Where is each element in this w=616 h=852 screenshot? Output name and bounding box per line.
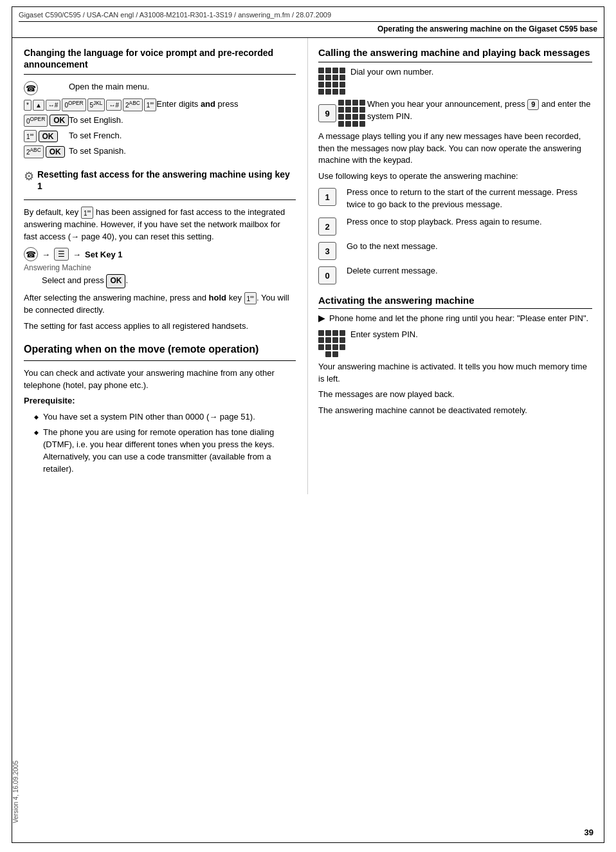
- after-select-text: After selecting the answering machine, p…: [24, 292, 296, 317]
- dial-row: Dial your own number.: [318, 66, 592, 95]
- select-press: Select and press OK.: [42, 274, 296, 288]
- step-open-menu: ☎ Open the main menu.: [24, 81, 296, 95]
- key-row-1: 1 Press once to return to the start of t…: [318, 187, 592, 211]
- key-hash1: ↔#: [46, 100, 61, 111]
- messages-played: The messages are now played back.: [318, 389, 592, 401]
- fast-access-title-row: ⚙ Resetting fast access for the answerin…: [24, 169, 296, 196]
- page-border: Gigaset C590/C595 / USA-CAN engl / A3100…: [12, 6, 604, 843]
- key-2-desc: Press once to stop playback. Press again…: [347, 216, 592, 228]
- phone-icon2: ☎: [24, 247, 38, 261]
- key-up: ▲: [33, 100, 44, 111]
- ok-key3: OK: [46, 146, 65, 158]
- phone-icon: ☎: [24, 81, 38, 95]
- calling-section-title: Calling the answering machine and playin…: [318, 47, 592, 62]
- ok-key2: OK: [39, 131, 58, 142]
- step-enter-digits: Enter digits and press: [156, 98, 296, 110]
- step-0ok: 0OPER OK To set English.: [24, 115, 296, 127]
- left-column: Changing the language for voice prompt a…: [12, 38, 308, 494]
- page-number: 39: [584, 828, 593, 837]
- content-area: Changing the language for voice prompt a…: [12, 38, 604, 494]
- nine-icon-col: 9: [318, 98, 367, 127]
- step-0ok-desc: To set English.: [69, 115, 296, 126]
- enter-pin-icon: [318, 329, 350, 357]
- key-2-col: 2: [318, 216, 341, 236]
- step-2ok: 2ABC OK To set Spanish.: [24, 145, 296, 158]
- menu-icon-box: ☰: [54, 248, 69, 261]
- inline-key-1inf: 1∞: [81, 207, 94, 219]
- key-0-desc: Delete current message.: [347, 265, 592, 277]
- gear-icon: ⚙: [24, 169, 34, 183]
- activating-title: Activating the answering machine: [318, 295, 592, 309]
- setting-applies: The setting for fast access applies to a…: [24, 320, 296, 333]
- prereq-item-1: You have set a system PIN other than 000…: [34, 411, 296, 423]
- key-0-box: 0: [318, 266, 336, 284]
- key-3-box: 3: [318, 242, 336, 260]
- step-desc: Open the main menu.: [69, 81, 296, 93]
- key-0: 0OPER: [24, 115, 48, 127]
- key-row-3: 3 Go to the next message.: [318, 241, 592, 260]
- key-row-2: 2 Press once to stop playback. Press aga…: [318, 216, 592, 236]
- ok-key4: OK: [106, 274, 125, 288]
- key-1-col: 1: [318, 187, 341, 206]
- arrow1: →: [42, 250, 50, 259]
- phone-ring-text: Phone home and let the phone ring until …: [329, 313, 588, 325]
- arrow2: →: [73, 250, 81, 259]
- key-9-box: 9: [318, 104, 336, 122]
- key-1inf: 1∞: [144, 98, 157, 111]
- keypad-grid-icon2: [338, 100, 365, 127]
- right-column: Calling the answering machine and playin…: [308, 38, 604, 494]
- remote-operation-section: Operating when on the move (remote opera…: [24, 343, 296, 476]
- key-0-col: 0: [318, 265, 341, 284]
- calling-para2: Use following keys to operate the answer…: [318, 171, 592, 183]
- step-key-area: ☎: [24, 81, 69, 95]
- answering-machine-label: Answering Machine: [24, 263, 296, 273]
- step-1ok: 1∞ OK To set French.: [24, 130, 296, 142]
- keypad-grid-icon: [318, 68, 345, 95]
- key-2-box: 2: [318, 218, 336, 236]
- key-1-desc: Press once to return to the start of the…: [347, 187, 592, 211]
- page-header: Operating the answering machine on the G…: [12, 22, 604, 38]
- enter-pin-row: Enter system PIN.: [318, 329, 592, 357]
- key-1: 1∞: [24, 130, 37, 142]
- dial-desc: Dial your own number.: [350, 66, 592, 79]
- doc-path: Gigaset C590/C595 / USA-CAN engl / A3100…: [12, 7, 604, 21]
- key-1-box: 1: [318, 188, 336, 206]
- key-star: *: [24, 100, 32, 111]
- version-label: Version 4, 16.09.2005: [12, 761, 22, 823]
- step-1ok-keys: 1∞ OK: [24, 130, 69, 142]
- key-5jkl: 5JKL: [87, 98, 105, 111]
- language-section: Changing the language for voice prompt a…: [24, 47, 296, 158]
- keypad-grid-icon3: [318, 330, 345, 357]
- nav-line: ☎ → ☰ → Set Key 1: [24, 247, 296, 261]
- arrow-bullet: ▶: [318, 313, 325, 323]
- set-key-label: Set Key 1: [85, 250, 123, 259]
- step-2ok-desc: To set Spanish.: [69, 145, 296, 157]
- key-0oper: 0OPER: [62, 98, 86, 111]
- calling-para1: A message plays telling you if any new m…: [318, 131, 592, 167]
- cannot-deactivate: The answering machine cannot be deactiva…: [318, 405, 592, 417]
- nine-row: 9 When you hear your announcement, press…: [318, 98, 592, 127]
- inline-key-1inf2: 1∞: [244, 292, 257, 304]
- key-hash2: ↔#: [106, 100, 122, 111]
- activated-para: Your answering machine is activated. It …: [318, 361, 592, 385]
- fast-access-body: By default, key 1∞ has been assigned for…: [24, 207, 296, 243]
- prereq-item-2: The phone you are using for remote opera…: [34, 427, 296, 475]
- remote-operation-body: You can check and activate your answerin…: [24, 367, 296, 392]
- ok-key: OK: [50, 115, 69, 126]
- nine-desc: When you hear your announcement, press 9…: [367, 98, 592, 123]
- remote-operation-title: Operating when on the move (remote opera…: [24, 343, 296, 357]
- fast-access-title: Resetting fast access for the answering …: [37, 169, 296, 192]
- enter-pin-desc: Enter system PIN.: [350, 329, 592, 341]
- step-2ok-keys: 2ABC OK: [24, 145, 69, 158]
- key-2abc: 2ABC: [123, 98, 143, 111]
- key-row-0: 0 Delete current message.: [318, 265, 592, 284]
- language-section-title: Changing the language for voice prompt a…: [24, 47, 296, 70]
- prereq-list: You have set a system PIN other than 000…: [34, 411, 296, 475]
- key-3-col: 3: [318, 241, 341, 260]
- step-1ok-desc: To set French.: [69, 130, 296, 142]
- dial-icon-col: [318, 66, 350, 95]
- fast-access-section: ⚙ Resetting fast access for the answerin…: [24, 169, 296, 333]
- step-digits: * ▲ ↔# 0OPER 5JKL ↔# 2ABC 1∞ Enter digit…: [24, 98, 296, 111]
- key-3-desc: Go to the next message.: [347, 241, 592, 253]
- step-digits-keys: * ▲ ↔# 0OPER 5JKL ↔# 2ABC 1∞: [24, 98, 156, 111]
